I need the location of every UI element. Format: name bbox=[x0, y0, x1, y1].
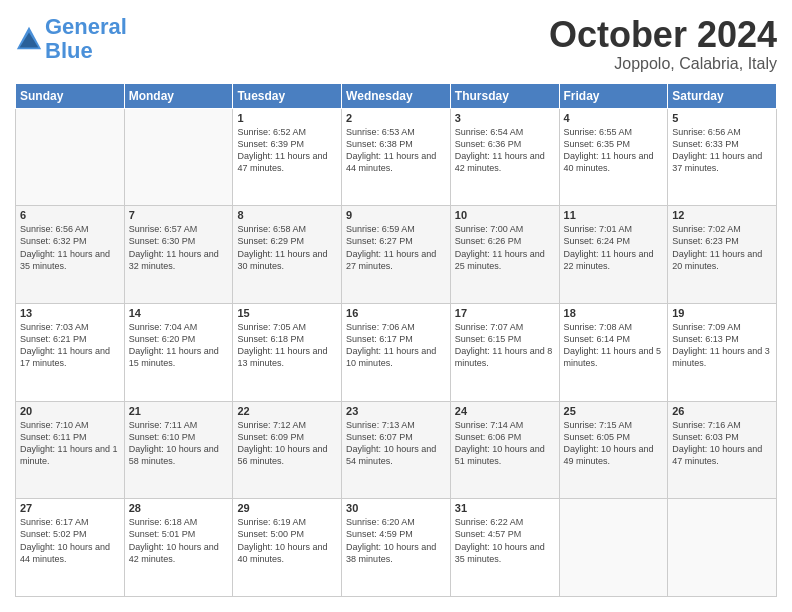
day-number: 9 bbox=[346, 209, 446, 221]
calendar-cell: 27Sunrise: 6:17 AM Sunset: 5:02 PM Dayli… bbox=[16, 499, 125, 597]
logo-text: General Blue bbox=[45, 15, 127, 63]
day-info: Sunrise: 6:56 AM Sunset: 6:32 PM Dayligh… bbox=[20, 223, 120, 272]
day-info: Sunrise: 6:52 AM Sunset: 6:39 PM Dayligh… bbox=[237, 126, 337, 175]
page: General Blue October 2024 Joppolo, Calab… bbox=[0, 0, 792, 612]
calendar-cell: 1Sunrise: 6:52 AM Sunset: 6:39 PM Daylig… bbox=[233, 108, 342, 206]
day-number: 16 bbox=[346, 307, 446, 319]
calendar-cell: 5Sunrise: 6:56 AM Sunset: 6:33 PM Daylig… bbox=[668, 108, 777, 206]
calendar-cell: 25Sunrise: 7:15 AM Sunset: 6:05 PM Dayli… bbox=[559, 401, 668, 499]
day-number: 7 bbox=[129, 209, 229, 221]
day-number: 29 bbox=[237, 502, 337, 514]
calendar-cell: 9Sunrise: 6:59 AM Sunset: 6:27 PM Daylig… bbox=[342, 206, 451, 304]
calendar-cell: 19Sunrise: 7:09 AM Sunset: 6:13 PM Dayli… bbox=[668, 303, 777, 401]
calendar-week-3: 13Sunrise: 7:03 AM Sunset: 6:21 PM Dayli… bbox=[16, 303, 777, 401]
day-info: Sunrise: 6:54 AM Sunset: 6:36 PM Dayligh… bbox=[455, 126, 555, 175]
calendar-cell: 17Sunrise: 7:07 AM Sunset: 6:15 PM Dayli… bbox=[450, 303, 559, 401]
day-info: Sunrise: 7:15 AM Sunset: 6:05 PM Dayligh… bbox=[564, 419, 664, 468]
location-title: Joppolo, Calabria, Italy bbox=[549, 55, 777, 73]
calendar-week-5: 27Sunrise: 6:17 AM Sunset: 5:02 PM Dayli… bbox=[16, 499, 777, 597]
month-title: October 2024 bbox=[549, 15, 777, 55]
calendar-cell: 10Sunrise: 7:00 AM Sunset: 6:26 PM Dayli… bbox=[450, 206, 559, 304]
day-number: 18 bbox=[564, 307, 664, 319]
day-info: Sunrise: 6:20 AM Sunset: 4:59 PM Dayligh… bbox=[346, 516, 446, 565]
day-number: 26 bbox=[672, 405, 772, 417]
calendar-table: SundayMondayTuesdayWednesdayThursdayFrid… bbox=[15, 83, 777, 597]
calendar-cell: 26Sunrise: 7:16 AM Sunset: 6:03 PM Dayli… bbox=[668, 401, 777, 499]
day-number: 17 bbox=[455, 307, 555, 319]
calendar-cell: 7Sunrise: 6:57 AM Sunset: 6:30 PM Daylig… bbox=[124, 206, 233, 304]
day-info: Sunrise: 7:02 AM Sunset: 6:23 PM Dayligh… bbox=[672, 223, 772, 272]
day-info: Sunrise: 6:55 AM Sunset: 6:35 PM Dayligh… bbox=[564, 126, 664, 175]
calendar-cell: 29Sunrise: 6:19 AM Sunset: 5:00 PM Dayli… bbox=[233, 499, 342, 597]
calendar-cell: 21Sunrise: 7:11 AM Sunset: 6:10 PM Dayli… bbox=[124, 401, 233, 499]
calendar-cell: 31Sunrise: 6:22 AM Sunset: 4:57 PM Dayli… bbox=[450, 499, 559, 597]
day-number: 13 bbox=[20, 307, 120, 319]
logo-blue: Blue bbox=[45, 39, 127, 63]
day-number: 21 bbox=[129, 405, 229, 417]
day-header-monday: Monday bbox=[124, 83, 233, 108]
day-info: Sunrise: 7:08 AM Sunset: 6:14 PM Dayligh… bbox=[564, 321, 664, 370]
day-number: 27 bbox=[20, 502, 120, 514]
calendar-cell: 4Sunrise: 6:55 AM Sunset: 6:35 PM Daylig… bbox=[559, 108, 668, 206]
day-info: Sunrise: 7:06 AM Sunset: 6:17 PM Dayligh… bbox=[346, 321, 446, 370]
day-number: 12 bbox=[672, 209, 772, 221]
day-info: Sunrise: 7:07 AM Sunset: 6:15 PM Dayligh… bbox=[455, 321, 555, 370]
day-number: 8 bbox=[237, 209, 337, 221]
day-number: 15 bbox=[237, 307, 337, 319]
day-number: 28 bbox=[129, 502, 229, 514]
day-info: Sunrise: 6:59 AM Sunset: 6:27 PM Dayligh… bbox=[346, 223, 446, 272]
day-number: 23 bbox=[346, 405, 446, 417]
logo: General Blue bbox=[15, 15, 127, 63]
header: General Blue October 2024 Joppolo, Calab… bbox=[15, 15, 777, 73]
day-header-saturday: Saturday bbox=[668, 83, 777, 108]
day-number: 5 bbox=[672, 112, 772, 124]
calendar-cell: 18Sunrise: 7:08 AM Sunset: 6:14 PM Dayli… bbox=[559, 303, 668, 401]
day-number: 1 bbox=[237, 112, 337, 124]
day-info: Sunrise: 7:10 AM Sunset: 6:11 PM Dayligh… bbox=[20, 419, 120, 468]
calendar-cell: 28Sunrise: 6:18 AM Sunset: 5:01 PM Dayli… bbox=[124, 499, 233, 597]
day-info: Sunrise: 6:58 AM Sunset: 6:29 PM Dayligh… bbox=[237, 223, 337, 272]
day-header-tuesday: Tuesday bbox=[233, 83, 342, 108]
calendar-cell: 6Sunrise: 6:56 AM Sunset: 6:32 PM Daylig… bbox=[16, 206, 125, 304]
day-info: Sunrise: 7:16 AM Sunset: 6:03 PM Dayligh… bbox=[672, 419, 772, 468]
day-number: 2 bbox=[346, 112, 446, 124]
day-header-thursday: Thursday bbox=[450, 83, 559, 108]
day-number: 3 bbox=[455, 112, 555, 124]
calendar-cell: 8Sunrise: 6:58 AM Sunset: 6:29 PM Daylig… bbox=[233, 206, 342, 304]
calendar-cell: 3Sunrise: 6:54 AM Sunset: 6:36 PM Daylig… bbox=[450, 108, 559, 206]
day-header-sunday: Sunday bbox=[16, 83, 125, 108]
calendar-cell: 24Sunrise: 7:14 AM Sunset: 6:06 PM Dayli… bbox=[450, 401, 559, 499]
day-header-friday: Friday bbox=[559, 83, 668, 108]
day-number: 31 bbox=[455, 502, 555, 514]
day-info: Sunrise: 7:13 AM Sunset: 6:07 PM Dayligh… bbox=[346, 419, 446, 468]
day-info: Sunrise: 6:22 AM Sunset: 4:57 PM Dayligh… bbox=[455, 516, 555, 565]
calendar-header-row: SundayMondayTuesdayWednesdayThursdayFrid… bbox=[16, 83, 777, 108]
day-info: Sunrise: 7:12 AM Sunset: 6:09 PM Dayligh… bbox=[237, 419, 337, 468]
logo-general: General bbox=[45, 14, 127, 39]
calendar-cell: 16Sunrise: 7:06 AM Sunset: 6:17 PM Dayli… bbox=[342, 303, 451, 401]
calendar-week-4: 20Sunrise: 7:10 AM Sunset: 6:11 PM Dayli… bbox=[16, 401, 777, 499]
calendar-cell: 22Sunrise: 7:12 AM Sunset: 6:09 PM Dayli… bbox=[233, 401, 342, 499]
day-info: Sunrise: 7:00 AM Sunset: 6:26 PM Dayligh… bbox=[455, 223, 555, 272]
calendar-cell: 15Sunrise: 7:05 AM Sunset: 6:18 PM Dayli… bbox=[233, 303, 342, 401]
calendar-cell: 2Sunrise: 6:53 AM Sunset: 6:38 PM Daylig… bbox=[342, 108, 451, 206]
day-info: Sunrise: 7:04 AM Sunset: 6:20 PM Dayligh… bbox=[129, 321, 229, 370]
day-info: Sunrise: 7:01 AM Sunset: 6:24 PM Dayligh… bbox=[564, 223, 664, 272]
day-number: 22 bbox=[237, 405, 337, 417]
day-info: Sunrise: 7:09 AM Sunset: 6:13 PM Dayligh… bbox=[672, 321, 772, 370]
day-number: 20 bbox=[20, 405, 120, 417]
day-number: 19 bbox=[672, 307, 772, 319]
day-info: Sunrise: 7:05 AM Sunset: 6:18 PM Dayligh… bbox=[237, 321, 337, 370]
day-info: Sunrise: 6:19 AM Sunset: 5:00 PM Dayligh… bbox=[237, 516, 337, 565]
calendar-cell bbox=[559, 499, 668, 597]
calendar-week-1: 1Sunrise: 6:52 AM Sunset: 6:39 PM Daylig… bbox=[16, 108, 777, 206]
title-block: October 2024 Joppolo, Calabria, Italy bbox=[549, 15, 777, 73]
calendar-cell bbox=[16, 108, 125, 206]
calendar-cell: 23Sunrise: 7:13 AM Sunset: 6:07 PM Dayli… bbox=[342, 401, 451, 499]
calendar-cell bbox=[124, 108, 233, 206]
day-info: Sunrise: 6:53 AM Sunset: 6:38 PM Dayligh… bbox=[346, 126, 446, 175]
calendar-week-2: 6Sunrise: 6:56 AM Sunset: 6:32 PM Daylig… bbox=[16, 206, 777, 304]
day-info: Sunrise: 6:18 AM Sunset: 5:01 PM Dayligh… bbox=[129, 516, 229, 565]
day-number: 14 bbox=[129, 307, 229, 319]
calendar-cell: 30Sunrise: 6:20 AM Sunset: 4:59 PM Dayli… bbox=[342, 499, 451, 597]
